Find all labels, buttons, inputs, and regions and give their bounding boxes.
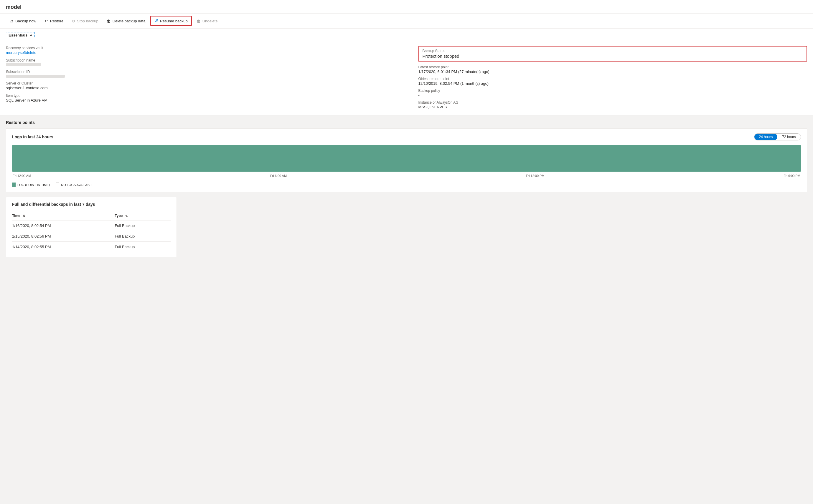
legend-color-white bbox=[56, 183, 59, 187]
essentials-grid: Recovery services vault mercurysoftdelet… bbox=[6, 46, 807, 110]
table-row: 1/14/2020, 8:02:55 PMFull Backup bbox=[12, 242, 170, 252]
resume-backup-button[interactable]: ↺ Resume backup bbox=[150, 16, 192, 26]
col-header-type: Type ⇅ bbox=[115, 211, 170, 221]
chart-area bbox=[12, 145, 801, 172]
page-title: model bbox=[0, 0, 813, 14]
essentials-header: Essentials ∧ bbox=[6, 32, 35, 38]
delete-backup-icon: 🗑 bbox=[107, 19, 111, 23]
resume-backup-icon: ↺ bbox=[154, 18, 158, 24]
essentials-section: Essentials ∧ Recovery services vault mer… bbox=[0, 29, 813, 115]
stop-backup-icon: ⊘ bbox=[72, 19, 75, 23]
table-cell-time: 1/16/2020, 8:02:54 PM bbox=[12, 221, 115, 231]
table-cell-type: Full Backup bbox=[115, 231, 170, 242]
chart-x-labels: Fri 12:00 AM Fri 6:00 AM Fri 12:00 PM Fr… bbox=[12, 174, 801, 178]
time-option-24h[interactable]: 24 hours bbox=[754, 134, 778, 140]
undelete-button[interactable]: 🗑 Undelete bbox=[193, 17, 221, 25]
recovery-services-vault-link[interactable]: mercurysoftdelete bbox=[6, 50, 36, 55]
oldest-restore-point-field: Oldest restore point 12/10/2019, 8:02:54… bbox=[418, 77, 807, 86]
x-label-0: Fri 12:00 AM bbox=[13, 174, 31, 178]
sort-icon-type: ⇅ bbox=[125, 214, 127, 218]
backup-now-icon: 🗂 bbox=[9, 19, 14, 23]
subscription-name-field: Subscription name bbox=[6, 58, 407, 66]
undelete-icon: 🗑 bbox=[196, 19, 201, 23]
essentials-left: Recovery services vault mercurysoftdelet… bbox=[6, 46, 407, 110]
table-cell-time: 1/14/2020, 8:02:55 PM bbox=[12, 242, 115, 252]
latest-restore-point-field: Latest restore point 1/17/2020, 6:01:34 … bbox=[418, 65, 807, 74]
table-cell-type: Full Backup bbox=[115, 242, 170, 252]
chart-card: Logs in last 24 hours 24 hours 72 hours … bbox=[6, 128, 807, 192]
x-label-2: Fri 12:00 PM bbox=[526, 174, 544, 178]
backup-now-button[interactable]: 🗂 Backup now bbox=[6, 17, 40, 25]
legend-label-no-logs: NO LOGS AVAILABLE bbox=[61, 183, 93, 187]
chevron-up-icon: ∧ bbox=[30, 33, 32, 37]
subscription-id-placeholder bbox=[6, 75, 65, 78]
sort-icon-time: ⇅ bbox=[23, 214, 25, 218]
stop-backup-button[interactable]: ⊘ Stop backup bbox=[68, 17, 102, 25]
essentials-right: Backup Status Protection stopped Latest … bbox=[407, 46, 807, 110]
table-row: 1/16/2020, 8:02:54 PMFull Backup bbox=[12, 221, 170, 231]
restore-button[interactable]: ↩ Restore bbox=[41, 16, 67, 25]
table-row: 1/15/2020, 8:02:56 PMFull Backup bbox=[12, 231, 170, 242]
chart-legend: LOG (POINT IN TIME) NO LOGS AVAILABLE bbox=[12, 181, 801, 187]
legend-item-log: LOG (POINT IN TIME) bbox=[12, 183, 50, 187]
toolbar: 🗂 Backup now ↩ Restore ⊘ Stop backup 🗑 D… bbox=[0, 14, 813, 29]
table-cell-time: 1/15/2020, 8:02:56 PM bbox=[12, 231, 115, 242]
table-card: Full and differential backups in last 7 … bbox=[6, 197, 177, 257]
restore-points-section: Restore points Logs in last 24 hours 24 … bbox=[0, 115, 813, 262]
backup-policy-field: Backup policy - bbox=[418, 89, 807, 97]
instance-field: Instance or AlwaysOn AG MSSQLSERVER bbox=[418, 100, 807, 109]
chart-header: Logs in last 24 hours 24 hours 72 hours bbox=[12, 133, 801, 140]
chart-title: Logs in last 24 hours bbox=[12, 135, 53, 139]
restore-icon: ↩ bbox=[44, 18, 48, 24]
legend-label-log: LOG (POINT IN TIME) bbox=[17, 183, 50, 187]
table-card-title: Full and differential backups in last 7 … bbox=[12, 202, 170, 207]
subscription-id-field: Subscription ID bbox=[6, 70, 407, 78]
time-selector: 24 hours 72 hours bbox=[754, 133, 801, 140]
server-or-cluster-field: Server or Cluster sqlserver-1.contoso.co… bbox=[6, 81, 407, 90]
legend-item-no-logs: NO LOGS AVAILABLE bbox=[56, 183, 93, 187]
subscription-name-placeholder bbox=[6, 63, 41, 66]
item-type-field: Item type SQL Server in Azure VM bbox=[6, 94, 407, 102]
table-cell-type: Full Backup bbox=[115, 221, 170, 231]
x-label-3: Fri 6:00 PM bbox=[784, 174, 800, 178]
legend-color-green bbox=[12, 183, 16, 187]
time-option-72h[interactable]: 72 hours bbox=[777, 134, 801, 140]
data-table: Time ⇅ Type ⇅ 1/16/2020, 8:02:54 PMFull … bbox=[12, 211, 170, 252]
x-label-1: Fri 6:00 AM bbox=[270, 174, 287, 178]
table-header-row: Time ⇅ Type ⇅ bbox=[12, 211, 170, 221]
col-header-time: Time ⇅ bbox=[12, 211, 115, 221]
recovery-services-vault-field: Recovery services vault mercurysoftdelet… bbox=[6, 46, 407, 55]
restore-points-title: Restore points bbox=[6, 120, 807, 125]
delete-backup-data-button[interactable]: 🗑 Delete backup data bbox=[103, 17, 149, 25]
backup-status-box: Backup Status Protection stopped bbox=[418, 46, 807, 62]
